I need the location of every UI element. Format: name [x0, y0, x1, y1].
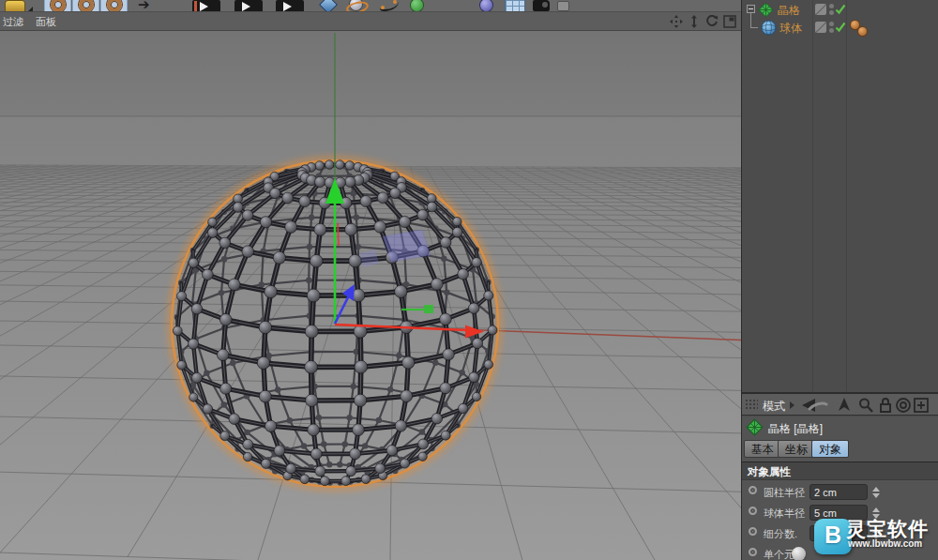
expand-toggle-icon[interactable] [747, 5, 755, 13]
maximize-icon[interactable] [722, 14, 737, 29]
attribute-tabs: 基本 坐标 对象 [742, 438, 938, 462]
render-visibility-dot[interactable] [829, 28, 834, 33]
phong-tag-icon[interactable] [851, 21, 859, 29]
object-title: 晶格 [晶格] [768, 421, 823, 437]
enabled-check-icon[interactable] [835, 22, 846, 33]
attribute-rows: 圆柱半径 球体半径 细分数. 单个元素 [742, 480, 938, 560]
gold-tool-icon[interactable] [2, 0, 34, 12]
viewport-nav-icons [669, 14, 737, 29]
object-manager: 晶格 球体 [742, 0, 938, 392]
phong-tag-icon[interactable] [858, 27, 867, 36]
right-panel: 晶格 球体 [741, 0, 938, 560]
sphere-blob-decoration [792, 547, 806, 560]
viewport-canvas[interactable] [0, 31, 741, 560]
add-panel-icon[interactable] [913, 397, 930, 414]
rotate-icon[interactable] [704, 14, 719, 29]
viewport-menubar: 过滤 面板 [0, 12, 741, 31]
torus-button-2[interactable] [72, 0, 99, 12]
torus-button-3[interactable] [100, 0, 128, 12]
lattice-object-icon [758, 2, 774, 18]
layer-square-icon[interactable] [815, 22, 826, 33]
application-window: ➔ 过滤 面板 [0, 0, 938, 560]
layer-square-icon[interactable] [815, 4, 826, 15]
sphere-object-icon [761, 20, 777, 36]
object-label[interactable]: 晶格 [778, 3, 800, 19]
mode-menu[interactable]: 模式 [763, 399, 785, 415]
lock-icon[interactable] [877, 397, 894, 414]
history-back-icon[interactable] [800, 397, 828, 414]
stepper-arrows[interactable] [871, 507, 880, 520]
grid-array-icon[interactable] [503, 0, 528, 12]
render-visibility-dot[interactable] [829, 10, 834, 15]
camera-tool-icon[interactable] [531, 0, 553, 12]
subdivision-input[interactable] [809, 525, 868, 541]
green-tool-icon[interactable] [405, 0, 431, 12]
object-label[interactable]: 球体 [779, 21, 802, 37]
cylinder-radius-input[interactable] [809, 484, 868, 500]
attr-label: 细分数. [764, 527, 797, 541]
attr-label: 球体半径 [764, 507, 805, 521]
keyframe-circle-icon[interactable] [749, 486, 757, 494]
object-row-sphere[interactable]: 球体 [742, 19, 938, 37]
purple-sphere-icon[interactable] [475, 0, 500, 12]
column-divider [846, 0, 847, 392]
torus-button-1[interactable] [44, 0, 71, 12]
attribute-modebar: 模式 [742, 394, 938, 416]
tab-basic[interactable]: 基本 [744, 440, 781, 458]
tab-object[interactable]: 对象 [811, 440, 849, 458]
object-properties-section[interactable]: 对象属性 [742, 462, 938, 480]
editor-visibility-dot[interactable] [829, 22, 834, 26]
object-row-lattice[interactable]: 晶格 [742, 1, 938, 19]
stepper-arrows[interactable] [871, 527, 880, 540]
search-icon[interactable] [857, 397, 874, 414]
attr-row-single-element: 单个元素 [742, 544, 938, 560]
top-toolbar: ➔ [0, 0, 741, 12]
cursor-arrow-icon[interactable] [836, 397, 853, 414]
orbit-sphere-icon[interactable] [345, 0, 371, 12]
black-play-button-3[interactable] [276, 0, 304, 12]
section-title: 对象属性 [748, 465, 791, 479]
keyframe-circle-icon[interactable] [749, 527, 757, 536]
keyframe-circle-icon[interactable] [749, 507, 757, 515]
spline-tool-icon[interactable] [377, 0, 402, 12]
panel-grip-icon[interactable] [745, 399, 758, 410]
selected-object-header: 晶格 [晶格] [742, 416, 938, 438]
black-play-button-1[interactable] [192, 0, 220, 12]
enabled-check-icon[interactable] [835, 4, 846, 15]
zoom-icon[interactable] [687, 14, 702, 29]
menu-panel[interactable]: 面板 [36, 15, 56, 29]
menu-filter[interactable]: 过滤 [3, 15, 23, 29]
scene-svg [0, 31, 741, 560]
attr-row-sphere-radius: 球体半径 [742, 503, 938, 523]
attr-row-subdivision: 细分数. [742, 523, 938, 544]
black-play-button-2[interactable] [234, 0, 263, 12]
pan-icon[interactable] [669, 14, 684, 29]
mini-panel-icon[interactable] [557, 0, 571, 12]
arrow-tool-icon[interactable]: ➔ [136, 0, 166, 12]
target-icon[interactable] [895, 397, 912, 414]
mode-caret-icon [790, 401, 794, 409]
attr-label: 圆柱半径 [764, 486, 805, 500]
sphere-radius-input[interactable] [809, 505, 868, 521]
tab-coordinates[interactable]: 坐标 [778, 440, 815, 458]
attr-row-cylinder-radius: 圆柱半径 [742, 482, 938, 503]
stepper-arrows[interactable] [871, 486, 880, 499]
lattice-object-icon [746, 418, 764, 436]
gem-tool-icon[interactable] [317, 0, 341, 12]
editor-visibility-dot[interactable] [829, 4, 834, 8]
column-divider [812, 0, 813, 392]
keyframe-circle-icon[interactable] [749, 548, 757, 556]
